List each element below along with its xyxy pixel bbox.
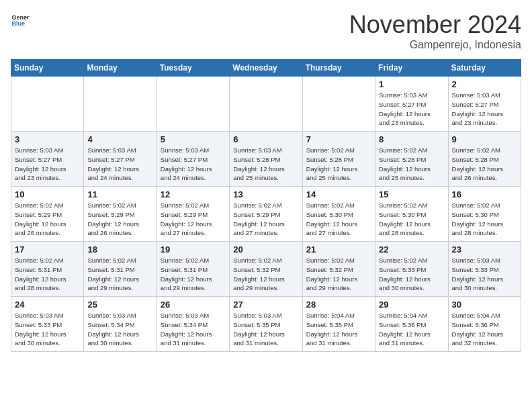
day-info: Sunrise: 5:03 AM Sunset: 5:34 PM Dayligh… xyxy=(161,311,226,348)
calendar-cell: 21Sunrise: 5:02 AM Sunset: 5:32 PM Dayli… xyxy=(302,242,375,297)
calendar-cell: 15Sunrise: 5:02 AM Sunset: 5:30 PM Dayli… xyxy=(375,187,448,242)
day-number: 8 xyxy=(379,134,444,144)
calendar-cell: 30Sunrise: 5:04 AM Sunset: 5:36 PM Dayli… xyxy=(448,297,521,352)
calendar-cell: 12Sunrise: 5:02 AM Sunset: 5:29 PM Dayli… xyxy=(157,187,229,242)
logo-icon: General Blue xyxy=(11,11,30,30)
header-sunday: Sunday xyxy=(11,60,84,77)
day-number: 3 xyxy=(15,134,80,144)
week-row-0: 1Sunrise: 5:03 AM Sunset: 5:27 PM Daylig… xyxy=(11,77,521,132)
calendar-cell xyxy=(302,77,375,132)
day-info: Sunrise: 5:03 AM Sunset: 5:28 PM Dayligh… xyxy=(233,146,298,183)
day-number: 12 xyxy=(161,189,226,199)
day-number: 22 xyxy=(379,244,444,255)
day-info: Sunrise: 5:02 AM Sunset: 5:29 PM Dayligh… xyxy=(15,201,80,238)
day-number: 10 xyxy=(15,189,80,199)
calendar-cell: 1Sunrise: 5:03 AM Sunset: 5:27 PM Daylig… xyxy=(375,77,448,132)
calendar-cell xyxy=(157,77,229,132)
calendar-cell: 25Sunrise: 5:03 AM Sunset: 5:34 PM Dayli… xyxy=(84,297,157,352)
header-saturday: Saturday xyxy=(448,60,521,77)
calendar-cell: 4Sunrise: 5:03 AM Sunset: 5:27 PM Daylig… xyxy=(84,132,157,187)
day-number: 29 xyxy=(379,300,444,310)
day-info: Sunrise: 5:02 AM Sunset: 5:32 PM Dayligh… xyxy=(233,256,298,293)
calendar-cell: 26Sunrise: 5:03 AM Sunset: 5:34 PM Dayli… xyxy=(157,297,229,352)
day-number: 4 xyxy=(87,134,152,144)
header-monday: Monday xyxy=(84,60,157,77)
day-info: Sunrise: 5:02 AM Sunset: 5:30 PM Dayligh… xyxy=(452,201,517,238)
week-row-4: 24Sunrise: 5:03 AM Sunset: 5:33 PM Dayli… xyxy=(11,297,521,352)
day-number: 7 xyxy=(306,134,371,144)
day-number: 18 xyxy=(87,244,152,255)
calendar-cell: 29Sunrise: 5:04 AM Sunset: 5:36 PM Dayli… xyxy=(375,297,448,352)
page-header: General Blue November 2024 Gampenrejo, I… xyxy=(11,11,521,51)
day-info: Sunrise: 5:03 AM Sunset: 5:33 PM Dayligh… xyxy=(452,256,517,293)
day-number: 28 xyxy=(306,300,371,310)
calendar-cell: 8Sunrise: 5:02 AM Sunset: 5:28 PM Daylig… xyxy=(375,132,448,187)
day-number: 14 xyxy=(306,189,371,199)
day-number: 11 xyxy=(87,189,152,199)
calendar-cell: 20Sunrise: 5:02 AM Sunset: 5:32 PM Dayli… xyxy=(230,242,302,297)
week-row-2: 10Sunrise: 5:02 AM Sunset: 5:29 PM Dayli… xyxy=(11,187,521,242)
day-info: Sunrise: 5:02 AM Sunset: 5:33 PM Dayligh… xyxy=(379,256,444,293)
day-info: Sunrise: 5:02 AM Sunset: 5:31 PM Dayligh… xyxy=(15,256,80,293)
header-friday: Friday xyxy=(375,60,448,77)
day-info: Sunrise: 5:03 AM Sunset: 5:27 PM Dayligh… xyxy=(452,91,517,128)
day-info: Sunrise: 5:02 AM Sunset: 5:30 PM Dayligh… xyxy=(379,201,444,238)
day-info: Sunrise: 5:04 AM Sunset: 5:35 PM Dayligh… xyxy=(306,311,371,348)
calendar-cell xyxy=(230,77,302,132)
day-info: Sunrise: 5:02 AM Sunset: 5:29 PM Dayligh… xyxy=(233,201,298,238)
day-number: 19 xyxy=(161,244,226,255)
day-info: Sunrise: 5:02 AM Sunset: 5:28 PM Dayligh… xyxy=(379,146,444,183)
day-number: 1 xyxy=(379,79,444,89)
calendar-cell: 18Sunrise: 5:02 AM Sunset: 5:31 PM Dayli… xyxy=(84,242,157,297)
day-info: Sunrise: 5:03 AM Sunset: 5:27 PM Dayligh… xyxy=(161,146,226,183)
day-info: Sunrise: 5:02 AM Sunset: 5:28 PM Dayligh… xyxy=(452,146,517,183)
title-area: November 2024 Gampenrejo, Indonesia xyxy=(349,11,521,51)
calendar-cell: 23Sunrise: 5:03 AM Sunset: 5:33 PM Dayli… xyxy=(448,242,521,297)
day-number: 9 xyxy=(452,134,517,144)
day-number: 27 xyxy=(233,300,298,310)
day-info: Sunrise: 5:03 AM Sunset: 5:27 PM Dayligh… xyxy=(15,146,80,183)
day-info: Sunrise: 5:02 AM Sunset: 5:32 PM Dayligh… xyxy=(306,256,371,293)
logo: General Blue xyxy=(11,11,30,30)
day-number: 15 xyxy=(379,189,444,199)
week-row-1: 3Sunrise: 5:03 AM Sunset: 5:27 PM Daylig… xyxy=(11,132,521,187)
week-row-3: 17Sunrise: 5:02 AM Sunset: 5:31 PM Dayli… xyxy=(11,242,521,297)
calendar-cell: 3Sunrise: 5:03 AM Sunset: 5:27 PM Daylig… xyxy=(11,132,84,187)
calendar-cell: 24Sunrise: 5:03 AM Sunset: 5:33 PM Dayli… xyxy=(11,297,84,352)
day-info: Sunrise: 5:03 AM Sunset: 5:27 PM Dayligh… xyxy=(379,91,444,128)
svg-text:General: General xyxy=(11,14,30,21)
day-info: Sunrise: 5:02 AM Sunset: 5:31 PM Dayligh… xyxy=(87,256,152,293)
day-number: 21 xyxy=(306,244,371,255)
day-info: Sunrise: 5:03 AM Sunset: 5:33 PM Dayligh… xyxy=(15,311,80,348)
month-title: November 2024 xyxy=(349,11,521,39)
svg-text:Blue: Blue xyxy=(11,20,25,27)
day-info: Sunrise: 5:02 AM Sunset: 5:29 PM Dayligh… xyxy=(161,201,226,238)
calendar-cell: 13Sunrise: 5:02 AM Sunset: 5:29 PM Dayli… xyxy=(230,187,302,242)
header-tuesday: Tuesday xyxy=(157,60,229,77)
location: Gampenrejo, Indonesia xyxy=(349,39,521,51)
day-info: Sunrise: 5:04 AM Sunset: 5:36 PM Dayligh… xyxy=(452,311,517,348)
day-number: 5 xyxy=(161,134,226,144)
day-number: 13 xyxy=(233,189,298,199)
calendar-table: SundayMondayTuesdayWednesdayThursdayFrid… xyxy=(11,59,521,352)
calendar-cell: 9Sunrise: 5:02 AM Sunset: 5:28 PM Daylig… xyxy=(448,132,521,187)
day-info: Sunrise: 5:02 AM Sunset: 5:29 PM Dayligh… xyxy=(87,201,152,238)
calendar-cell xyxy=(11,77,84,132)
day-info: Sunrise: 5:02 AM Sunset: 5:30 PM Dayligh… xyxy=(306,201,371,238)
day-number: 20 xyxy=(233,244,298,255)
day-number: 17 xyxy=(15,244,80,255)
day-info: Sunrise: 5:03 AM Sunset: 5:27 PM Dayligh… xyxy=(87,146,152,183)
day-number: 30 xyxy=(452,300,517,310)
day-number: 24 xyxy=(15,300,80,310)
calendar-cell: 14Sunrise: 5:02 AM Sunset: 5:30 PM Dayli… xyxy=(302,187,375,242)
day-info: Sunrise: 5:04 AM Sunset: 5:36 PM Dayligh… xyxy=(379,311,444,348)
calendar-cell: 16Sunrise: 5:02 AM Sunset: 5:30 PM Dayli… xyxy=(448,187,521,242)
calendar-cell: 7Sunrise: 5:02 AM Sunset: 5:28 PM Daylig… xyxy=(302,132,375,187)
calendar-cell: 2Sunrise: 5:03 AM Sunset: 5:27 PM Daylig… xyxy=(448,77,521,132)
day-info: Sunrise: 5:03 AM Sunset: 5:35 PM Dayligh… xyxy=(233,311,298,348)
calendar-cell: 27Sunrise: 5:03 AM Sunset: 5:35 PM Dayli… xyxy=(230,297,302,352)
day-info: Sunrise: 5:03 AM Sunset: 5:34 PM Dayligh… xyxy=(87,311,152,348)
calendar-cell: 5Sunrise: 5:03 AM Sunset: 5:27 PM Daylig… xyxy=(157,132,229,187)
calendar-cell: 10Sunrise: 5:02 AM Sunset: 5:29 PM Dayli… xyxy=(11,187,84,242)
day-info: Sunrise: 5:02 AM Sunset: 5:28 PM Dayligh… xyxy=(306,146,371,183)
